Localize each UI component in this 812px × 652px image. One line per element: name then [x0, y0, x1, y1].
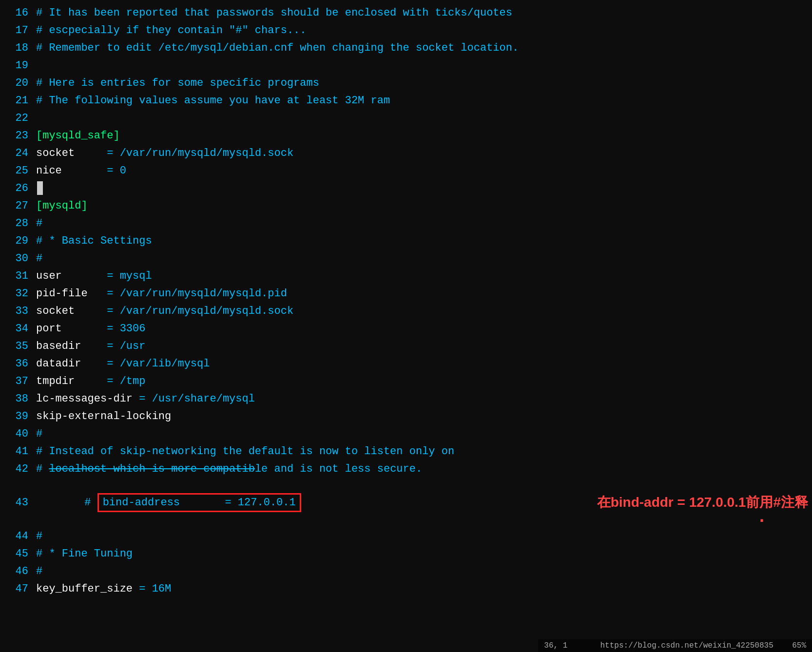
code-line-33: 33 socket = /var/run/mysqld/mysqld.sock — [0, 302, 812, 320]
code-editor: 16 # It has been reported that passwords… — [0, 0, 812, 601]
code-line-42: 42 # localhost which is more compatible … — [0, 460, 812, 478]
code-line-27: 27 [mysqld] — [0, 197, 812, 214]
code-line-21: 21 # The following values assume you hav… — [0, 92, 812, 109]
code-line-43: 43 # bind-address = 127.0.0.1 在bind-addr… — [0, 478, 812, 527]
code-line-26: 26 — [0, 179, 812, 197]
code-line-40: 40 # — [0, 425, 812, 442]
code-line-17: 17 # escpecially if they contain "#" cha… — [0, 21, 812, 39]
code-line-37: 37 tmpdir = /tmp — [0, 372, 812, 390]
highlighted-bind-address: bind-address = 127.0.0.1 — [97, 493, 301, 512]
code-line-19: 19 — [0, 57, 812, 74]
code-line-18: 18 # Remember to edit /etc/mysql/debian.… — [0, 39, 812, 57]
text-cursor — [37, 181, 43, 195]
position-info: 36, 1 — [544, 641, 567, 650]
code-line-24: 24 socket = /var/run/mysqld/mysqld.sock — [0, 144, 812, 162]
code-line-36: 36 datadir = /var/lib/mysql — [0, 355, 812, 372]
annotation-text: 在bind-addr = 127.0.0.1前用#注释· — [574, 478, 808, 527]
code-line-25: 25 nice = 0 — [0, 162, 812, 179]
code-line-47: 47 key_buffer_size = 16M — [0, 580, 812, 597]
zoom-level: 65% — [792, 641, 806, 650]
code-line-46: 46 # — [0, 562, 812, 580]
and-text: and — [274, 463, 293, 475]
code-line-23: 23 [mysqld_safe] — [0, 127, 812, 144]
code-line-44: 44 # — [0, 527, 812, 545]
code-line-22: 22 — [0, 109, 812, 127]
code-line-29: 29 # * Basic Settings — [0, 232, 812, 249]
code-line-38: 38 lc-messages-dir = /usr/share/mysql — [0, 390, 812, 407]
file-info: https://blog.csdn.net/weixin_42250835 — [600, 641, 773, 650]
code-line-16: 16 # It has been reported that passwords… — [0, 4, 812, 21]
code-line-41: 41 # Instead of skip-networking the defa… — [0, 442, 812, 460]
code-line-20: 20 # Here is entries for some specific p… — [0, 74, 812, 92]
code-line-34: 34 port = 3306 — [0, 320, 812, 337]
code-line-28: 28 # — [0, 214, 812, 232]
status-bar: 36, 1 https://blog.csdn.net/weixin_42250… — [538, 639, 812, 652]
code-line-31: 31 user = mysql — [0, 267, 812, 285]
code-line-35: 35 basedir = /usr — [0, 337, 812, 355]
code-line-32: 32 pid-file = /var/run/mysqld/mysqld.pid — [0, 285, 812, 302]
code-line-45: 45 # * Fine Tuning — [0, 545, 812, 562]
code-line-39: 39 skip-external-locking — [0, 407, 812, 425]
code-line-30: 30 # — [0, 249, 812, 267]
